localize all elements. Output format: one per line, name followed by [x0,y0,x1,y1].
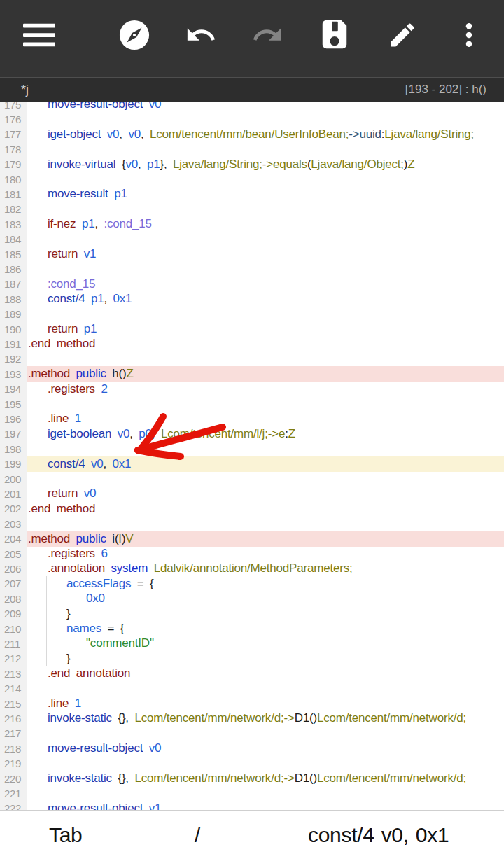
more-vert-icon [454,20,484,50]
code-line[interactable]: 218move-result-object v0 [0,741,504,756]
code-line[interactable]: 192 [0,351,504,367]
code-line[interactable]: 200 [0,471,504,487]
code-line[interactable]: 220invoke-static {}, Lcom/tencent/mm/net… [0,771,504,786]
code-line[interactable]: 178 [0,141,504,157]
line-number: 188 [0,293,27,305]
code-text [27,471,504,487]
code-line[interactable]: 186 [0,261,504,277]
code-line[interactable]: 222move-result-object v1 [0,801,504,810]
line-number: 195 [0,398,27,410]
code-text: const/4 v0, 0x1 [27,456,504,472]
undo-button[interactable] [185,19,217,51]
code-line[interactable]: 210names = { [0,621,504,636]
menu-button[interactable] [23,19,55,51]
code-line[interactable]: 180 [0,172,504,187]
code-line[interactable]: 197iget-boolean v0, p0, Lcom/tencent/mm/… [0,426,504,442]
code-line[interactable]: 195 [0,396,504,412]
code-text: :cond_15 [27,277,504,292]
code-line[interactable]: 194.registers 2 [0,382,504,397]
code-line[interactable]: 184 [0,232,504,247]
code-line[interactable]: 206.annotation system Ldalvik/annotation… [0,561,504,576]
code-text [27,516,504,531]
symbol-bar: Tab / const/4 v0, 0x1 [0,810,504,859]
line-number: 222 [0,802,27,810]
code-line[interactable]: 219 [0,756,504,771]
code-line[interactable]: 214 [0,681,504,697]
save-button[interactable] [318,19,351,51]
navigate-button[interactable] [118,19,150,51]
edit-button[interactable] [386,19,419,51]
code-line[interactable]: 198 [0,441,504,456]
symbol-slash-button[interactable]: / [195,811,200,859]
code-line[interactable]: 183if-nez p1, :cond_15 [0,216,504,232]
line-number: 193 [0,368,27,380]
code-text: return p1 [27,321,504,337]
code-line[interactable]: 187:cond_15 [0,277,504,292]
code-text: .end annotation [27,666,504,681]
line-number: 208 [0,593,27,605]
code-line[interactable]: 211"commentID" [0,636,504,651]
line-number: 221 [0,788,27,799]
code-line[interactable]: 215.line 1 [0,696,504,711]
code-line[interactable]: 185return v1 [0,246,504,262]
code-line[interactable]: 190return p1 [0,321,504,337]
line-number: 205 [0,548,27,560]
code-text: invoke-virtual {v0, p1}, Ljava/lang/Stri… [27,157,504,172]
code-line[interactable]: 202.end method [0,501,504,517]
line-number: 191 [0,338,27,350]
code-line[interactable]: 191.end method [0,336,504,351]
line-number: 202 [0,503,27,515]
code-text: iget-boolean v0, p0, Lcom/tencent/mm/l/j… [27,426,504,442]
line-number: 218 [0,743,27,755]
code-line[interactable]: 188const/4 p1, 0x1 [0,291,504,307]
redo-icon [251,19,284,51]
code-line[interactable]: 201return v0 [0,486,504,501]
code-line[interactable]: 221 [0,785,504,801]
line-number: 212 [0,652,27,664]
editor-header: *j [193 - 202] : h() [0,77,504,102]
code-line[interactable]: 193.method public h()Z [0,366,504,382]
line-number: 213 [0,668,27,680]
code-line[interactable]: 196.line 1 [0,411,504,426]
top-toolbar [0,0,504,77]
code-text [27,172,504,187]
indent-guide [46,576,47,592]
code-line[interactable]: 209} [0,606,504,622]
indent-guide [46,591,47,606]
code-line[interactable]: 179invoke-virtual {v0, p1}, Ljava/lang/S… [0,157,504,172]
line-number: 207 [0,578,27,589]
symbol-tab-button[interactable]: Tab [49,811,82,859]
code-line[interactable]: 203 [0,516,504,531]
code-line[interactable]: 176 [0,111,504,127]
overflow-menu-button[interactable] [453,19,485,51]
code-line[interactable]: 181move-result p1 [0,186,504,202]
code-line[interactable]: 216invoke-static {}, Lcom/tencent/mm/net… [0,711,504,726]
code-text [27,232,504,247]
code-line[interactable]: 207accessFlags = { [0,576,504,592]
method-range-indicator: [193 - 202] : h() [405,83,486,97]
code-editor[interactable]: 175move-result-object v0176177iget-objec… [0,0,504,810]
line-number: 215 [0,698,27,710]
code-line[interactable]: 2080x0 [0,591,504,606]
line-number: 219 [0,757,27,769]
file-tab-title[interactable]: *j [21,83,29,97]
code-line[interactable]: 189 [0,307,504,322]
line-number: 206 [0,563,27,575]
code-line[interactable]: 205.registers 6 [0,546,504,561]
line-number: 183 [0,218,27,230]
code-text: accessFlags = { [27,576,504,592]
code-text: iget-object v0, v0, Lcom/tencent/mm/bean… [27,127,504,142]
code-line[interactable]: 182 [0,202,504,217]
code-line[interactable]: 217 [0,726,504,741]
code-line[interactable]: 199const/4 v0, 0x1 [0,456,504,472]
code-text: .method public h()Z [27,366,504,382]
clipboard-snippet-button[interactable]: const/4 v0, 0x1 [308,811,449,859]
code-line[interactable]: 213.end annotation [0,666,504,681]
code-line[interactable]: 177iget-object v0, v0, Lcom/tencent/mm/b… [0,127,504,142]
redo-button[interactable] [251,19,284,51]
line-number: 200 [0,473,27,485]
code-line[interactable]: 212} [0,651,504,666]
code-text [27,756,504,771]
code-line[interactable]: 204.method public i(I)V [0,531,504,547]
code-text: return v0 [27,486,504,501]
